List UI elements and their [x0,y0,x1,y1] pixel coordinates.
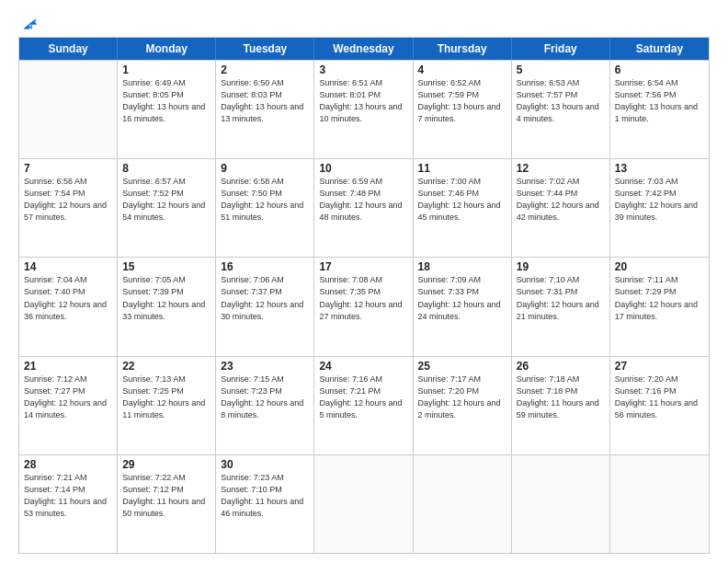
calendar-cell-1-4: 11Sunrise: 7:00 AM Sunset: 7:46 PM Dayli… [414,159,512,257]
calendar-row-1: 7Sunrise: 6:56 AM Sunset: 7:54 PM Daylig… [19,158,709,257]
day-number: 3 [319,63,407,76]
calendar-cell-1-0: 7Sunrise: 6:56 AM Sunset: 7:54 PM Daylig… [19,159,118,257]
day-info: Sunrise: 7:06 AM Sunset: 7:37 PM Dayligh… [221,274,309,322]
calendar-cell-2-6: 20Sunrise: 7:11 AM Sunset: 7:29 PM Dayli… [610,258,709,355]
calendar-cell-0-0 [19,61,118,158]
day-info: Sunrise: 7:13 AM Sunset: 7:25 PM Dayligh… [122,373,210,421]
day-info: Sunrise: 7:15 AM Sunset: 7:23 PM Dayligh… [221,373,309,421]
calendar-cell-4-5 [512,455,610,553]
day-number: 21 [24,360,112,373]
calendar-cell-1-2: 9Sunrise: 6:58 AM Sunset: 7:50 PM Daylig… [216,159,314,257]
calendar-cell-3-5: 26Sunrise: 7:18 AM Sunset: 7:18 PM Dayli… [512,357,610,454]
calendar-cell-0-5: 5Sunrise: 6:53 AM Sunset: 7:57 PM Daylig… [512,61,610,158]
logo [18,17,37,29]
calendar-row-2: 14Sunrise: 7:04 AM Sunset: 7:40 PM Dayli… [19,257,709,355]
calendar-cell-3-3: 24Sunrise: 7:16 AM Sunset: 7:21 PM Dayli… [314,357,413,454]
calendar: SundayMondayTuesdayWednesdayThursdayFrid… [18,37,710,554]
day-number: 19 [517,260,605,273]
day-number: 9 [221,162,309,175]
calendar-cell-0-2: 2Sunrise: 6:50 AM Sunset: 8:03 PM Daylig… [216,61,314,158]
calendar-cell-3-1: 22Sunrise: 7:13 AM Sunset: 7:25 PM Dayli… [118,357,216,454]
page: SundayMondayTuesdayWednesdayThursdayFrid… [0,0,728,563]
calendar-row-4: 28Sunrise: 7:21 AM Sunset: 7:14 PM Dayli… [19,454,709,553]
day-info: Sunrise: 7:00 AM Sunset: 7:46 PM Dayligh… [418,176,506,224]
day-info: Sunrise: 7:03 AM Sunset: 7:42 PM Dayligh… [615,176,704,224]
day-info: Sunrise: 6:59 AM Sunset: 7:48 PM Dayligh… [319,176,407,224]
day-number: 4 [418,63,506,76]
header [18,17,710,29]
day-info: Sunrise: 6:54 AM Sunset: 7:56 PM Dayligh… [615,77,704,125]
weekday-header-thursday: Thursday [414,38,512,60]
calendar-cell-3-2: 23Sunrise: 7:15 AM Sunset: 7:23 PM Dayli… [216,357,314,454]
calendar-row-0: 1Sunrise: 6:49 AM Sunset: 8:05 PM Daylig… [19,60,709,158]
day-info: Sunrise: 7:23 AM Sunset: 7:10 PM Dayligh… [221,472,309,520]
day-number: 22 [122,360,210,373]
day-number: 2 [221,63,309,76]
day-info: Sunrise: 7:11 AM Sunset: 7:29 PM Dayligh… [615,274,704,322]
calendar-cell-2-3: 17Sunrise: 7:08 AM Sunset: 7:35 PM Dayli… [314,258,413,355]
calendar-cell-1-6: 13Sunrise: 7:03 AM Sunset: 7:42 PM Dayli… [610,159,709,257]
weekday-header-tuesday: Tuesday [216,38,314,60]
day-info: Sunrise: 6:52 AM Sunset: 7:59 PM Dayligh… [418,77,506,125]
logo-icon [20,17,37,29]
calendar-cell-0-3: 3Sunrise: 6:51 AM Sunset: 8:01 PM Daylig… [314,61,413,158]
calendar-cell-0-1: 1Sunrise: 6:49 AM Sunset: 8:05 PM Daylig… [118,61,216,158]
weekday-header-saturday: Saturday [610,38,709,60]
day-number: 16 [221,260,309,273]
day-info: Sunrise: 6:51 AM Sunset: 8:01 PM Dayligh… [319,77,407,125]
calendar-cell-4-1: 29Sunrise: 7:22 AM Sunset: 7:12 PM Dayli… [118,455,216,553]
day-number: 26 [517,360,605,373]
day-info: Sunrise: 6:49 AM Sunset: 8:05 PM Dayligh… [122,77,210,125]
calendar-cell-4-2: 30Sunrise: 7:23 AM Sunset: 7:10 PM Dayli… [216,455,314,553]
day-number: 1 [122,63,210,76]
day-number: 6 [615,63,704,76]
calendar-body: 1Sunrise: 6:49 AM Sunset: 8:05 PM Daylig… [19,60,709,553]
day-info: Sunrise: 7:10 AM Sunset: 7:31 PM Dayligh… [517,274,605,322]
day-info: Sunrise: 6:50 AM Sunset: 8:03 PM Dayligh… [221,77,309,125]
calendar-cell-0-4: 4Sunrise: 6:52 AM Sunset: 7:59 PM Daylig… [414,61,512,158]
day-info: Sunrise: 7:12 AM Sunset: 7:27 PM Dayligh… [24,373,112,421]
calendar-cell-3-4: 25Sunrise: 7:17 AM Sunset: 7:20 PM Dayli… [414,357,512,454]
day-info: Sunrise: 7:22 AM Sunset: 7:12 PM Dayligh… [122,472,210,520]
day-info: Sunrise: 7:16 AM Sunset: 7:21 PM Dayligh… [319,373,407,421]
day-number: 14 [24,260,112,273]
day-info: Sunrise: 6:53 AM Sunset: 7:57 PM Dayligh… [517,77,605,125]
day-info: Sunrise: 7:08 AM Sunset: 7:35 PM Dayligh… [319,274,407,322]
day-info: Sunrise: 7:09 AM Sunset: 7:33 PM Dayligh… [418,274,506,322]
day-info: Sunrise: 6:58 AM Sunset: 7:50 PM Dayligh… [221,176,309,224]
weekday-header-wednesday: Wednesday [314,38,413,60]
day-number: 8 [122,162,210,175]
calendar-cell-3-0: 21Sunrise: 7:12 AM Sunset: 7:27 PM Dayli… [19,357,118,454]
day-info: Sunrise: 7:17 AM Sunset: 7:20 PM Dayligh… [418,373,506,421]
calendar-cell-2-5: 19Sunrise: 7:10 AM Sunset: 7:31 PM Dayli… [512,258,610,355]
calendar-cell-0-6: 6Sunrise: 6:54 AM Sunset: 7:56 PM Daylig… [610,61,709,158]
day-info: Sunrise: 7:20 AM Sunset: 7:16 PM Dayligh… [615,373,704,421]
day-info: Sunrise: 6:57 AM Sunset: 7:52 PM Dayligh… [122,176,210,224]
calendar-cell-1-1: 8Sunrise: 6:57 AM Sunset: 7:52 PM Daylig… [118,159,216,257]
calendar-cell-1-3: 10Sunrise: 6:59 AM Sunset: 7:48 PM Dayli… [314,159,413,257]
calendar-row-3: 21Sunrise: 7:12 AM Sunset: 7:27 PM Dayli… [19,356,709,454]
day-number: 29 [122,458,210,471]
day-info: Sunrise: 7:05 AM Sunset: 7:39 PM Dayligh… [122,274,210,322]
weekday-header-friday: Friday [512,38,610,60]
day-number: 24 [319,360,407,373]
day-number: 10 [319,162,407,175]
calendar-cell-2-4: 18Sunrise: 7:09 AM Sunset: 7:33 PM Dayli… [414,258,512,355]
calendar-cell-2-2: 16Sunrise: 7:06 AM Sunset: 7:37 PM Dayli… [216,258,314,355]
weekday-header-monday: Monday [118,38,216,60]
day-number: 13 [615,162,704,175]
day-number: 11 [418,162,506,175]
calendar-header: SundayMondayTuesdayWednesdayThursdayFrid… [19,38,709,60]
day-info: Sunrise: 7:21 AM Sunset: 7:14 PM Dayligh… [24,472,112,520]
day-number: 15 [122,260,210,273]
calendar-cell-4-3 [314,455,413,553]
calendar-cell-3-6: 27Sunrise: 7:20 AM Sunset: 7:16 PM Dayli… [610,357,709,454]
day-number: 5 [517,63,605,76]
calendar-cell-1-5: 12Sunrise: 7:02 AM Sunset: 7:44 PM Dayli… [512,159,610,257]
day-number: 20 [615,260,704,273]
day-number: 28 [24,458,112,471]
day-number: 18 [418,260,506,273]
day-number: 7 [24,162,112,175]
calendar-cell-2-0: 14Sunrise: 7:04 AM Sunset: 7:40 PM Dayli… [19,258,118,355]
day-number: 17 [319,260,407,273]
